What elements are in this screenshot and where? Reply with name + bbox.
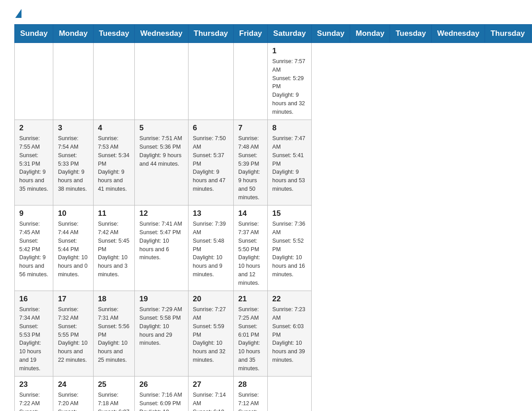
- day-info: Sunrise: 7:22 AMSunset: 6:04 PMDaylight:…: [19, 391, 48, 411]
- weekday-header-wednesday: Wednesday: [135, 25, 188, 43]
- day-info: Sunrise: 7:45 AMSunset: 5:42 PMDaylight:…: [19, 220, 48, 278]
- day-number: 25: [98, 380, 130, 389]
- day-info: Sunrise: 7:18 AMSunset: 6:07 PMDaylight:…: [98, 391, 130, 411]
- calendar-cell: [268, 377, 312, 411]
- day-info: Sunrise: 7:20 AMSunset: 6:06 PMDaylight:…: [58, 391, 88, 411]
- day-info: Sunrise: 7:16 AMSunset: 6:09 PMDaylight:…: [139, 391, 183, 411]
- logo-triangle-icon: [15, 9, 21, 18]
- calendar-cell: 12Sunrise: 7:41 AMSunset: 5:47 PMDayligh…: [135, 206, 188, 291]
- calendar-cell: [15, 43, 53, 120]
- day-number: 7: [238, 124, 263, 133]
- weekday-header-tuesday: Tuesday: [93, 25, 135, 43]
- day-info: Sunrise: 7:27 AMSunset: 5:59 PMDaylight:…: [193, 305, 229, 364]
- day-info: Sunrise: 7:14 AMSunset: 6:10 PMDaylight:…: [193, 391, 229, 411]
- day-number: 17: [58, 295, 88, 304]
- calendar-cell: 10Sunrise: 7:44 AMSunset: 5:44 PMDayligh…: [53, 206, 93, 291]
- calendar-cell: 3Sunrise: 7:54 AMSunset: 5:33 PMDaylight…: [53, 120, 93, 206]
- day-number: 18: [98, 295, 130, 304]
- weekday-header-thursday: Thursday: [188, 25, 234, 43]
- day-number: 11: [98, 209, 130, 218]
- calendar-cell: 13Sunrise: 7:39 AMSunset: 5:48 PMDayligh…: [188, 206, 234, 291]
- weekday-header-friday: Friday: [530, 25, 532, 43]
- calendar-cell: 6Sunrise: 7:50 AMSunset: 5:37 PMDaylight…: [188, 120, 234, 206]
- week-row-4: 16Sunrise: 7:34 AMSunset: 5:53 PMDayligh…: [15, 291, 532, 377]
- weekday-header-thursday: Thursday: [485, 25, 531, 43]
- day-number: 15: [272, 209, 307, 218]
- day-info: Sunrise: 7:39 AMSunset: 5:48 PMDaylight:…: [193, 220, 229, 278]
- calendar-cell: [188, 43, 234, 120]
- day-info: Sunrise: 7:42 AMSunset: 5:45 PMDaylight:…: [98, 220, 130, 278]
- day-info: Sunrise: 7:53 AMSunset: 5:34 PMDaylight:…: [98, 134, 130, 193]
- day-number: 14: [238, 209, 263, 218]
- day-number: 2: [19, 124, 48, 133]
- calendar-cell: 15Sunrise: 7:36 AMSunset: 5:52 PMDayligh…: [268, 206, 312, 291]
- day-info: Sunrise: 7:51 AMSunset: 5:36 PMDaylight:…: [139, 134, 183, 168]
- week-row-3: 9Sunrise: 7:45 AMSunset: 5:42 PMDaylight…: [15, 206, 532, 291]
- day-number: 20: [193, 295, 229, 304]
- day-info: Sunrise: 7:32 AMSunset: 5:55 PMDaylight:…: [58, 305, 88, 364]
- day-info: Sunrise: 7:47 AMSunset: 5:41 PMDaylight:…: [272, 134, 307, 193]
- day-number: 6: [193, 124, 229, 133]
- day-number: 21: [238, 295, 263, 304]
- day-info: Sunrise: 7:50 AMSunset: 5:37 PMDaylight:…: [193, 134, 229, 193]
- calendar-cell: [234, 43, 268, 120]
- calendar-cell: [135, 43, 188, 120]
- weekday-header-friday: Friday: [234, 25, 268, 43]
- calendar-cell: [93, 43, 135, 120]
- day-number: 23: [19, 380, 48, 389]
- weekday-header-saturday: Saturday: [268, 25, 312, 43]
- calendar-cell: 27Sunrise: 7:14 AMSunset: 6:10 PMDayligh…: [188, 377, 234, 411]
- calendar-cell: 5Sunrise: 7:51 AMSunset: 5:36 PMDaylight…: [135, 120, 188, 206]
- calendar-cell: 22Sunrise: 7:23 AMSunset: 6:03 PMDayligh…: [268, 291, 312, 377]
- calendar-cell: 1Sunrise: 7:57 AMSunset: 5:29 PMDaylight…: [268, 43, 312, 120]
- weekday-header-row: SundayMondayTuesdayWednesdayThursdayFrid…: [15, 25, 532, 43]
- day-info: Sunrise: 7:36 AMSunset: 5:52 PMDaylight:…: [272, 220, 307, 278]
- calendar-cell: 19Sunrise: 7:29 AMSunset: 5:58 PMDayligh…: [135, 291, 188, 377]
- day-info: Sunrise: 7:34 AMSunset: 5:53 PMDaylight:…: [19, 305, 48, 372]
- week-row-2: 2Sunrise: 7:55 AMSunset: 5:31 PMDaylight…: [15, 120, 532, 206]
- day-number: 8: [272, 124, 307, 133]
- logo: [14, 11, 21, 17]
- day-number: 19: [139, 295, 183, 304]
- day-info: Sunrise: 7:48 AMSunset: 5:39 PMDaylight:…: [238, 134, 263, 201]
- calendar-cell: 17Sunrise: 7:32 AMSunset: 5:55 PMDayligh…: [53, 291, 93, 377]
- day-number: 24: [58, 380, 88, 389]
- week-row-5: 23Sunrise: 7:22 AMSunset: 6:04 PMDayligh…: [15, 377, 532, 411]
- day-info: Sunrise: 7:41 AMSunset: 5:47 PMDaylight:…: [139, 220, 183, 262]
- weekday-header-monday: Monday: [350, 25, 390, 43]
- day-info: Sunrise: 7:12 AMSunset: 6:12 PMDaylight:…: [238, 391, 263, 411]
- weekday-header-wednesday: Wednesday: [432, 25, 485, 43]
- weekday-header-sunday: Sunday: [311, 25, 350, 43]
- calendar-cell: 4Sunrise: 7:53 AMSunset: 5:34 PMDaylight…: [93, 120, 135, 206]
- day-number: 10: [58, 209, 88, 218]
- calendar-cell: 23Sunrise: 7:22 AMSunset: 6:04 PMDayligh…: [15, 377, 53, 411]
- day-number: 4: [98, 124, 130, 133]
- calendar-cell: 11Sunrise: 7:42 AMSunset: 5:45 PMDayligh…: [93, 206, 135, 291]
- day-number: 22: [272, 295, 307, 304]
- weekday-header-monday: Monday: [53, 25, 93, 43]
- calendar-cell: 7Sunrise: 7:48 AMSunset: 5:39 PMDaylight…: [234, 120, 268, 206]
- page-header: [14, 11, 518, 17]
- calendar-cell: 14Sunrise: 7:37 AMSunset: 5:50 PMDayligh…: [234, 206, 268, 291]
- calendar-table: SundayMondayTuesdayWednesdayThursdayFrid…: [14, 24, 532, 411]
- calendar-cell: 2Sunrise: 7:55 AMSunset: 5:31 PMDaylight…: [15, 120, 53, 206]
- calendar-cell: [53, 43, 93, 120]
- day-info: Sunrise: 7:23 AMSunset: 6:03 PMDaylight:…: [272, 305, 307, 364]
- day-number: 28: [238, 380, 263, 389]
- weekday-header-tuesday: Tuesday: [390, 25, 432, 43]
- day-number: 9: [19, 209, 48, 218]
- day-info: Sunrise: 7:25 AMSunset: 6:01 PMDaylight:…: [238, 305, 263, 372]
- day-info: Sunrise: 7:44 AMSunset: 5:44 PMDaylight:…: [58, 220, 88, 278]
- calendar-cell: 28Sunrise: 7:12 AMSunset: 6:12 PMDayligh…: [234, 377, 268, 411]
- day-info: Sunrise: 7:55 AMSunset: 5:31 PMDaylight:…: [19, 134, 48, 193]
- week-row-1: 1Sunrise: 7:57 AMSunset: 5:29 PMDaylight…: [15, 43, 532, 120]
- day-number: 16: [19, 295, 48, 304]
- day-number: 13: [193, 209, 229, 218]
- day-number: 26: [139, 380, 183, 389]
- calendar-cell: 25Sunrise: 7:18 AMSunset: 6:07 PMDayligh…: [93, 377, 135, 411]
- calendar-cell: 20Sunrise: 7:27 AMSunset: 5:59 PMDayligh…: [188, 291, 234, 377]
- day-info: Sunrise: 7:57 AMSunset: 5:29 PMDaylight:…: [272, 57, 307, 116]
- day-number: 12: [139, 209, 183, 218]
- day-number: 5: [139, 124, 183, 133]
- calendar-cell: 18Sunrise: 7:31 AMSunset: 5:56 PMDayligh…: [93, 291, 135, 377]
